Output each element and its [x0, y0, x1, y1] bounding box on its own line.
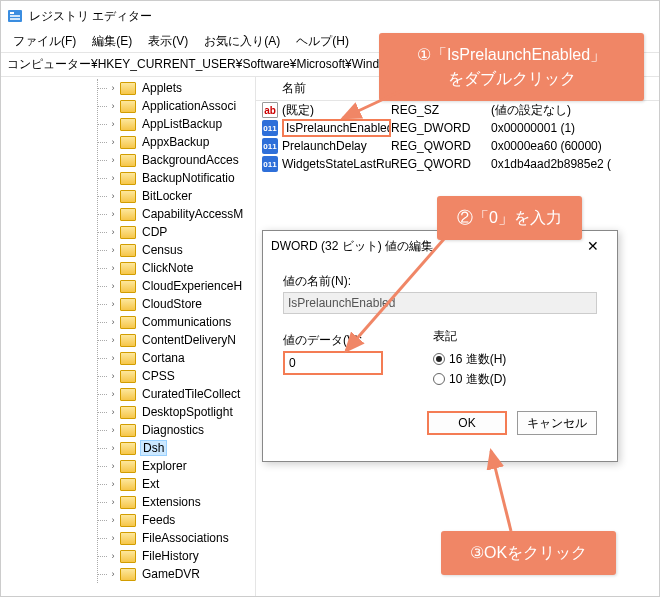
radix-dec-option[interactable]: 10 進数(D)	[433, 369, 597, 389]
tree-item[interactable]: ›Applets	[1, 79, 255, 97]
ok-button[interactable]: OK	[427, 411, 507, 435]
tree-item[interactable]: ›Diagnostics	[1, 421, 255, 439]
tree-item[interactable]: ›DesktopSpotlight	[1, 403, 255, 421]
window-title: レジストリ エディター	[29, 8, 152, 25]
tree-item[interactable]: ›CPSS	[1, 367, 255, 385]
chevron-right-icon[interactable]: ›	[107, 100, 119, 112]
chevron-right-icon[interactable]: ›	[107, 352, 119, 364]
chevron-right-icon[interactable]: ›	[107, 514, 119, 526]
radio-icon	[433, 353, 445, 365]
tree-item-label: ClickNote	[140, 261, 195, 275]
chevron-right-icon[interactable]: ›	[107, 226, 119, 238]
chevron-right-icon[interactable]: ›	[107, 424, 119, 436]
tree-item[interactable]: ›ClickNote	[1, 259, 255, 277]
tree-item[interactable]: ›Ext	[1, 475, 255, 493]
chevron-right-icon[interactable]: ›	[107, 154, 119, 166]
tree-item[interactable]: ›Communications	[1, 313, 255, 331]
folder-icon	[120, 388, 136, 401]
chevron-right-icon[interactable]: ›	[107, 460, 119, 472]
chevron-right-icon[interactable]: ›	[107, 334, 119, 346]
list-row[interactable]: 011WidgetsStateLastRunREG_QWORD0x1db4aad…	[256, 155, 659, 173]
value-type: REG_DWORD	[391, 121, 491, 135]
chevron-right-icon[interactable]: ›	[107, 478, 119, 490]
menu-edit[interactable]: 編集(E)	[84, 31, 140, 52]
tree-item-label: CapabilityAccessM	[140, 207, 245, 221]
cancel-button[interactable]: キャンセル	[517, 411, 597, 435]
tree-item[interactable]: ›Dsh	[1, 439, 255, 457]
svg-rect-1	[10, 12, 14, 14]
chevron-right-icon[interactable]: ›	[107, 208, 119, 220]
tree-item[interactable]: ›CapabilityAccessM	[1, 205, 255, 223]
radix-hex-option[interactable]: 16 進数(H)	[433, 349, 597, 369]
tree-item[interactable]: ›ApplicationAssoci	[1, 97, 255, 115]
chevron-right-icon[interactable]: ›	[107, 172, 119, 184]
radix-hex-label: 16 進数(H)	[449, 351, 506, 368]
col-header-name[interactable]: 名前	[256, 80, 391, 97]
tree-item[interactable]: ›CuratedTileCollect	[1, 385, 255, 403]
chevron-right-icon[interactable]: ›	[107, 280, 119, 292]
tree-item[interactable]: ›ContentDeliveryN	[1, 331, 255, 349]
chevron-right-icon[interactable]: ›	[107, 406, 119, 418]
tree-item[interactable]: ›Explorer	[1, 457, 255, 475]
tree-item[interactable]: ›AppListBackup	[1, 115, 255, 133]
chevron-right-icon[interactable]: ›	[107, 262, 119, 274]
value-data-input[interactable]	[283, 351, 383, 375]
chevron-right-icon[interactable]: ›	[107, 136, 119, 148]
value-name: PrelaunchDelay	[282, 139, 391, 153]
svg-rect-2	[10, 15, 20, 17]
list-row[interactable]: 011IsPrelaunchEnabledREG_DWORD0x00000001…	[256, 119, 659, 137]
chevron-right-icon[interactable]: ›	[107, 316, 119, 328]
menu-help[interactable]: ヘルプ(H)	[288, 31, 357, 52]
chevron-right-icon[interactable]: ›	[107, 532, 119, 544]
list-row[interactable]: 011PrelaunchDelayREG_QWORD0x0000ea60 (60…	[256, 137, 659, 155]
tree-item[interactable]: ›GameDVR	[1, 565, 255, 583]
string-value-icon: ab	[262, 102, 278, 118]
chevron-right-icon[interactable]: ›	[107, 496, 119, 508]
folder-icon	[120, 334, 136, 347]
menu-file[interactable]: ファイル(F)	[5, 31, 84, 52]
tree-item[interactable]: ›Census	[1, 241, 255, 259]
value-name: (既定)	[282, 102, 391, 119]
tree-item-label: Census	[140, 243, 185, 257]
list-row[interactable]: ab(既定)REG_SZ(値の設定なし)	[256, 101, 659, 119]
value-data: 0x1db4aad2b8985e2 (	[491, 157, 659, 171]
value-name-input[interactable]	[283, 292, 597, 314]
value-name-label: 値の名前(N):	[283, 273, 597, 290]
chevron-right-icon[interactable]: ›	[107, 442, 119, 454]
tree-item[interactable]: ›FileAssociations	[1, 529, 255, 547]
chevron-right-icon[interactable]: ›	[107, 82, 119, 94]
folder-icon	[120, 118, 136, 131]
tree-item[interactable]: ›Extensions	[1, 493, 255, 511]
dword-value-icon: 011	[262, 156, 278, 172]
tree-item-label: AppxBackup	[140, 135, 211, 149]
tree-view[interactable]: ›Applets›ApplicationAssoci›AppListBackup…	[1, 77, 256, 597]
value-data: 0x0000ea60 (60000)	[491, 139, 659, 153]
tree-item[interactable]: ›Feeds	[1, 511, 255, 529]
callout-1-line1: ①「IsPrelaunchEnabled」	[393, 43, 630, 67]
tree-item[interactable]: ›BitLocker	[1, 187, 255, 205]
tree-item[interactable]: ›CloudExperienceH	[1, 277, 255, 295]
tree-item[interactable]: ›CDP	[1, 223, 255, 241]
tree-item-label: CDP	[140, 225, 169, 239]
menu-favorites[interactable]: お気に入り(A)	[196, 31, 288, 52]
chevron-right-icon[interactable]: ›	[107, 298, 119, 310]
chevron-right-icon[interactable]: ›	[107, 190, 119, 202]
value-name: WidgetsStateLastRun	[282, 157, 391, 171]
chevron-right-icon[interactable]: ›	[107, 118, 119, 130]
chevron-right-icon[interactable]: ›	[107, 550, 119, 562]
menu-view[interactable]: 表示(V)	[140, 31, 196, 52]
callout-3: ③OKをクリック	[441, 531, 616, 575]
chevron-right-icon[interactable]: ›	[107, 388, 119, 400]
tree-item-label: Feeds	[140, 513, 177, 527]
chevron-right-icon[interactable]: ›	[107, 244, 119, 256]
tree-item[interactable]: ›BackupNotificatio	[1, 169, 255, 187]
tree-item[interactable]: ›Cortana	[1, 349, 255, 367]
chevron-right-icon[interactable]: ›	[107, 568, 119, 580]
tree-item[interactable]: ›BackgroundAcces	[1, 151, 255, 169]
tree-item[interactable]: ›CloudStore	[1, 295, 255, 313]
tree-item-label: ContentDeliveryN	[140, 333, 238, 347]
tree-item[interactable]: ›AppxBackup	[1, 133, 255, 151]
chevron-right-icon[interactable]: ›	[107, 370, 119, 382]
radix-label: 表記	[433, 328, 597, 345]
tree-item[interactable]: ›FileHistory	[1, 547, 255, 565]
